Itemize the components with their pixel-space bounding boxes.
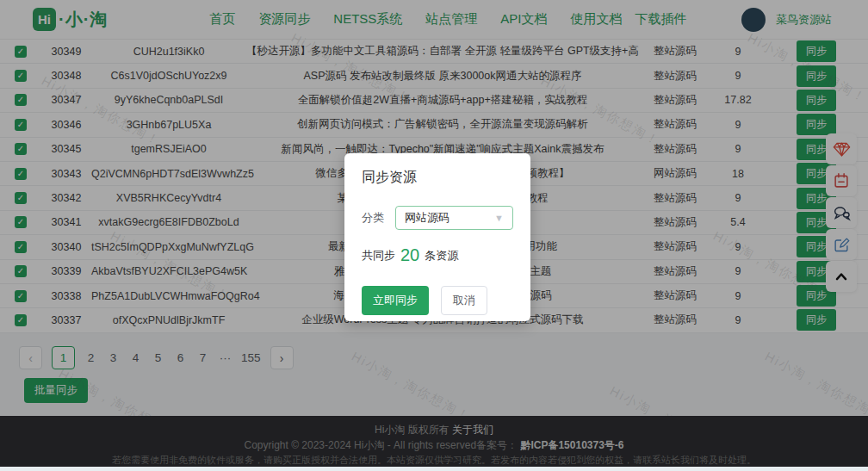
cancel-button[interactable]: 取消: [441, 286, 487, 315]
sync-resource-modal: 同步资源 分类 网站源码 ▼ 共同步 20 条资源 立即同步 取消: [344, 153, 530, 321]
confirm-sync-button[interactable]: 立即同步: [362, 286, 429, 315]
category-label: 分类: [362, 210, 384, 226]
category-select[interactable]: 网站源码 ▼: [395, 206, 513, 230]
chevron-down-icon: ▼: [494, 213, 504, 223]
sync-summary: 共同步 20 条资源: [362, 245, 513, 265]
sync-count: 20: [395, 245, 425, 265]
horizontal-scrollbar[interactable]: [0, 467, 868, 471]
page: Hi ·小·淘 首页 资源同步 NETSS系统 站点管理 API文档 使用文档 …: [0, 0, 868, 471]
category-selected-value: 网站源码: [405, 210, 450, 226]
modal-title: 同步资源: [362, 169, 513, 187]
